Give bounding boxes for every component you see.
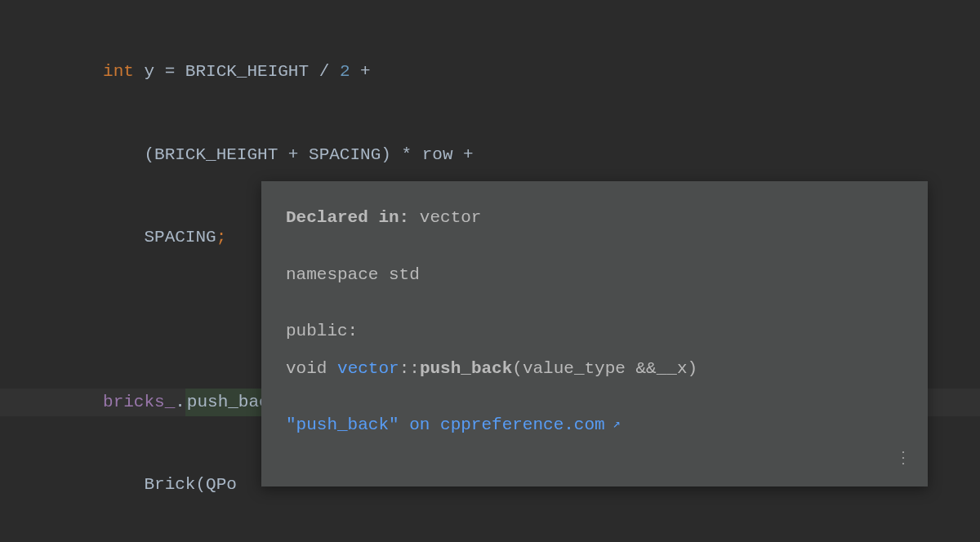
tooltip-label: Declared in:: [286, 208, 409, 227]
code-line[interactable]: int y = BRICK_HEIGHT / 2 +: [0, 58, 980, 86]
tooltip-declared-in: Declared in: vector: [286, 204, 903, 232]
tooltip-method-name: push_back: [420, 359, 512, 378]
more-options-icon[interactable]: ⋮: [895, 446, 911, 472]
tooltip-access: public:: [286, 318, 903, 345]
code-line[interactable]: (BRICK_HEIGHT + SPACING) * row +: [0, 140, 980, 168]
tooltip-external-link[interactable]: "push_back" on cppreference.com ↗: [286, 411, 903, 439]
field-bricks: bricks_: [103, 389, 175, 416]
external-link-icon: ↗: [605, 417, 621, 432]
documentation-tooltip: Declared in: vector namespace std public…: [261, 181, 928, 486]
tooltip-namespace: namespace std: [286, 261, 903, 289]
tooltip-signature: void vector::push_back(value_type &&__x): [286, 355, 903, 383]
keyword-int: int: [103, 58, 134, 86]
number-literal: 2: [340, 58, 350, 86]
tooltip-class-link[interactable]: vector: [337, 359, 399, 378]
